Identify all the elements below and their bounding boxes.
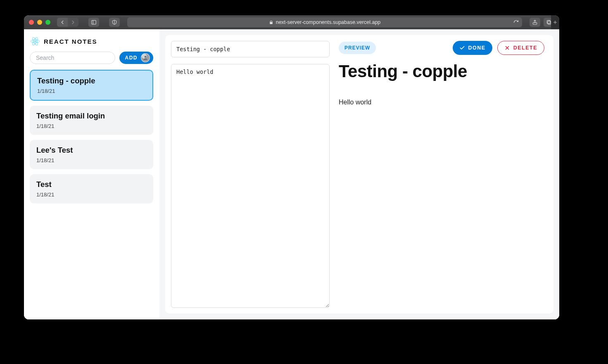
nav-back-forward (57, 18, 78, 27)
back-button[interactable] (57, 18, 68, 27)
preview-column: PREVIEW DONE (339, 41, 548, 308)
note-item-date: 1/18/21 (36, 157, 147, 163)
svg-point-12 (145, 56, 147, 58)
svg-point-8 (34, 40, 36, 42)
note-item-date: 1/18/21 (37, 88, 146, 94)
done-button-label: DONE (468, 45, 486, 51)
preview-badge: PREVIEW (339, 42, 376, 54)
forward-button[interactable] (68, 18, 78, 27)
sidebar-toggle-button[interactable] (88, 18, 99, 27)
shield-privacy-button[interactable] (109, 18, 120, 27)
note-item-title: Lee's Test (36, 146, 147, 155)
done-button[interactable]: DONE (453, 41, 492, 55)
editor-column: Hello world (171, 41, 330, 308)
preview-body: Hello world (339, 99, 544, 106)
note-panel: Hello world PREVIEW DONE (165, 35, 553, 314)
note-list-item[interactable]: Testing email login1/18/21 (30, 106, 153, 135)
lock-icon (269, 20, 273, 25)
app-content: REACT NOTES ADD Testing - copple1/18/21T… (24, 29, 559, 319)
react-logo-icon (31, 37, 40, 46)
notes-list: Testing - copple1/18/21Testing email log… (30, 70, 153, 203)
note-body-input[interactable]: Hello world (171, 64, 330, 308)
delete-button[interactable]: DELETE (497, 41, 544, 55)
main-area: Hello world PREVIEW DONE (159, 29, 559, 319)
note-item-date: 1/18/21 (36, 191, 147, 198)
note-list-item[interactable]: Lee's Test1/18/21 (30, 140, 153, 169)
share-button[interactable] (530, 18, 540, 27)
svg-rect-4 (548, 21, 551, 24)
check-icon (459, 45, 465, 51)
search-input[interactable] (30, 52, 115, 64)
browser-titlebar: next-server-components.supabase.vercel.a… (24, 15, 559, 29)
close-window-button[interactable] (29, 20, 34, 25)
address-bar[interactable]: next-server-components.supabase.vercel.a… (127, 17, 522, 27)
preview-header: PREVIEW DONE (339, 41, 544, 55)
note-item-title: Testing - copple (37, 76, 146, 85)
app-title: REACT NOTES (44, 38, 97, 45)
brand: REACT NOTES (30, 35, 153, 52)
window-controls (29, 20, 50, 25)
sidebar: REACT NOTES ADD Testing - copple1/18/21T… (24, 29, 159, 319)
url-text: next-server-components.supabase.vercel.a… (276, 19, 381, 25)
new-tab-button[interactable] (551, 15, 559, 29)
note-list-item[interactable]: Test1/18/21 (30, 174, 153, 203)
note-list-item[interactable]: Testing - copple1/18/21 (30, 70, 153, 101)
svg-rect-5 (547, 20, 550, 24)
reload-button[interactable] (513, 20, 519, 25)
note-item-title: Test (36, 180, 147, 189)
note-item-title: Testing email login (36, 111, 147, 121)
maximize-window-button[interactable] (45, 20, 50, 25)
add-note-button[interactable]: ADD (119, 52, 154, 64)
browser-window: next-server-components.supabase.vercel.a… (24, 15, 559, 319)
user-avatar (141, 53, 150, 62)
add-button-label: ADD (125, 55, 138, 61)
delete-button-label: DELETE (513, 45, 537, 51)
minimize-window-button[interactable] (37, 20, 42, 25)
preview-title: Testing - copple (339, 62, 544, 80)
svg-rect-0 (92, 20, 96, 24)
note-item-date: 1/18/21 (36, 123, 147, 129)
note-title-input[interactable] (171, 41, 330, 57)
close-icon (504, 45, 510, 51)
